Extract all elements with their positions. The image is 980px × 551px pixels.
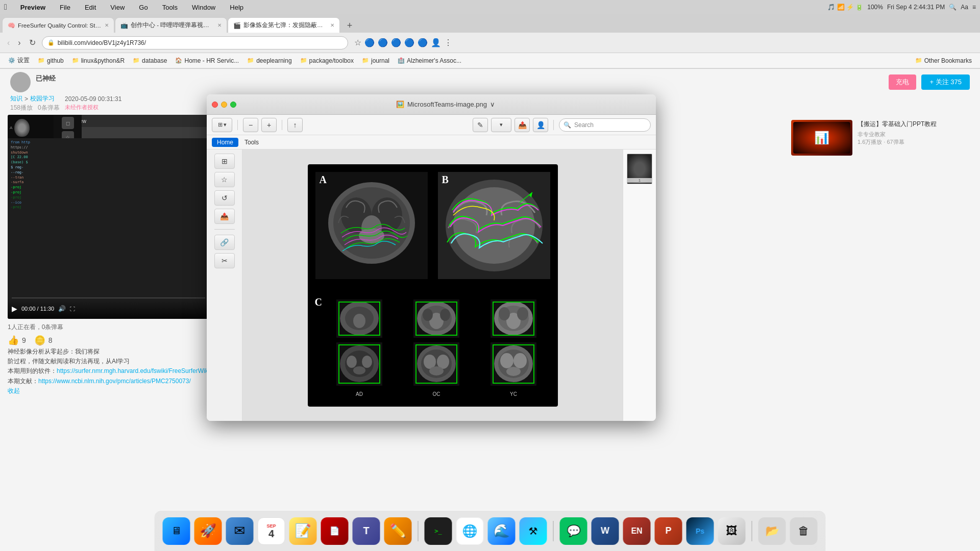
dock-launchpad[interactable]: 🚀: [194, 517, 222, 545]
profile-icon[interactable]: 👤: [431, 38, 441, 47]
more-menu[interactable]: ⋮: [444, 38, 452, 47]
zoom-out-button[interactable]: −: [243, 118, 258, 132]
annotate-dropdown[interactable]: ▾: [491, 118, 511, 132]
extension-icon-3[interactable]: 🔵: [391, 38, 401, 47]
extension-icon-2[interactable]: 🔵: [378, 38, 388, 47]
menubar-tools[interactable]: Tools: [159, 3, 181, 12]
dock-calendar[interactable]: SEP4: [258, 517, 285, 545]
tab-3[interactable]: 🎬 影像炼金第七弹：发掘隐蔽功能... ✕: [228, 17, 340, 33]
bookmark-linux[interactable]: 📁 linux&python&R: [69, 56, 128, 65]
forward-button[interactable]: ›: [16, 36, 22, 49]
breadcrumb-campus[interactable]: 校园学习: [30, 94, 55, 103]
sidebar-btn-rotate[interactable]: ↺: [214, 190, 235, 206]
dock-notes[interactable]: 📝: [289, 517, 317, 545]
bookmark-hr[interactable]: 🏠 Home - HR Servic...: [172, 56, 242, 65]
apple-menu[interactable]: : [4, 3, 7, 12]
menu-tools[interactable]: Tools: [239, 138, 264, 147]
zoom-in-button[interactable]: +: [261, 118, 277, 132]
fullscreen-icon[interactable]: ⛶: [70, 306, 75, 312]
paper-link[interactable]: https://www.ncbi.nlm.nih.gov/pmc/article…: [38, 378, 191, 385]
dock-mail[interactable]: ✉: [226, 517, 254, 545]
close-traffic-light[interactable]: [212, 102, 218, 108]
extension-icon-5[interactable]: 🔵: [418, 38, 428, 47]
follow-button[interactable]: + 关注 375: [921, 74, 970, 90]
sidebar-btn-link[interactable]: 🔗: [214, 235, 235, 250]
thumb-1[interactable]: 1: [627, 154, 652, 184]
dock-finder[interactable]: 🖥: [163, 517, 190, 545]
address-bar[interactable]: 🔒 bilibili.com/video/BV1jz4y1R736/: [42, 36, 348, 49]
coin-item[interactable]: 🪙 8: [34, 335, 53, 346]
dock-photoshop[interactable]: Ps: [687, 517, 714, 545]
dock-terminal[interactable]: >_: [425, 517, 452, 545]
view-mode-button[interactable]: ⊞ ▾: [212, 118, 232, 132]
sidebar-btn-crop[interactable]: ✂: [214, 253, 235, 268]
menubar-edit[interactable]: Edit: [82, 3, 99, 12]
maximize-traffic-light[interactable]: [230, 102, 236, 108]
like-item[interactable]: 👍 9: [8, 335, 26, 346]
minimize-traffic-light[interactable]: [221, 102, 227, 108]
channel-avatar[interactable]: [10, 72, 31, 92]
dock-pdf[interactable]: 📄: [321, 517, 349, 545]
tab-1-favicon: 🧠: [8, 22, 15, 29]
play-button[interactable]: ▶: [12, 305, 17, 313]
back-button[interactable]: ‹: [5, 36, 12, 49]
bookmark-star[interactable]: ☆: [354, 38, 361, 47]
share-action-button[interactable]: 📤: [514, 118, 530, 132]
volume-icon[interactable]: 🔊: [58, 305, 66, 312]
dock-trash[interactable]: 🗑: [790, 517, 818, 545]
search-box[interactable]: 🔍 Search: [559, 118, 651, 132]
menubar-preview[interactable]: Preview: [17, 3, 48, 12]
tab-1-close[interactable]: ✕: [105, 22, 109, 28]
sidebar-btn-star[interactable]: ☆: [214, 172, 235, 187]
ad-coronal-svg: [336, 299, 382, 338]
bookmark-toolbox[interactable]: 📁 package/toolbox: [297, 56, 357, 65]
menubar-search-icon[interactable]: 🔍: [949, 4, 957, 11]
extension-icon-4[interactable]: 🔵: [404, 38, 414, 47]
dock-chrome[interactable]: 🌐: [456, 517, 484, 545]
bookmark-deeplearning[interactable]: 📁 deeplearning: [244, 56, 295, 65]
dock-separator: [418, 521, 419, 541]
bookmark-database[interactable]: 📁 database: [130, 56, 170, 65]
bookmark-journal[interactable]: 📁 journal: [359, 56, 393, 65]
video-controls[interactable]: ▶ 00:00 / 11:30 🔊 ⛶: [8, 298, 209, 319]
menubar-window[interactable]: Window: [189, 3, 218, 12]
software-link[interactable]: https://surfer.nmr.mgh.harvard.edu/fswik…: [57, 367, 209, 374]
sidebar-btn-grid[interactable]: ⊞: [214, 154, 235, 169]
dock-xcode[interactable]: ⚒: [520, 517, 547, 545]
dock-wechat[interactable]: 💬: [560, 517, 587, 545]
sidebar-btn-share[interactable]: 📤: [214, 209, 235, 224]
dock-word[interactable]: W: [592, 517, 619, 545]
other-bookmarks-item[interactable]: 📁 Other Bookmarks: [912, 56, 975, 65]
tab-1[interactable]: 🧠 FreeSurfer Quality Control: Ste... ✕: [2, 17, 114, 33]
sidebar-icon-1[interactable]: ◻: [62, 117, 74, 129]
menubar-siri[interactable]: Aa: [961, 4, 968, 11]
tab-2[interactable]: 📺 创作中心 - 哔哩哔哩弹幕视频网 ✕: [115, 17, 227, 33]
bookmark-settings[interactable]: ⚙️ 设置: [5, 55, 33, 66]
dock-preview[interactable]: 🖼: [718, 517, 746, 545]
dock-endnote[interactable]: EN: [623, 517, 651, 545]
dock-powerpoint[interactable]: P: [655, 517, 682, 545]
annotate-button[interactable]: ✎: [473, 118, 488, 132]
menu-home[interactable]: Home: [212, 138, 238, 147]
video-player[interactable]: File Edit Mark View Home Tools: [8, 115, 209, 319]
share-button[interactable]: ↑: [287, 118, 303, 132]
dock-finder-2[interactable]: 📂: [758, 517, 786, 545]
extension-icon-1[interactable]: 🔵: [364, 38, 375, 47]
menubar-help[interactable]: Help: [227, 3, 247, 12]
new-tab-button[interactable]: +: [342, 18, 357, 33]
bookmark-github[interactable]: 📁 github: [35, 56, 67, 65]
profile-button[interactable]: 👤: [533, 118, 548, 132]
menubar-control-center[interactable]: ≡: [972, 4, 976, 11]
menubar-go[interactable]: Go: [136, 3, 151, 12]
dock-arc[interactable]: 🌊: [488, 517, 516, 545]
reload-button[interactable]: ↻: [27, 36, 38, 49]
tab-2-close[interactable]: ✕: [217, 22, 222, 28]
charge-button[interactable]: 充电: [889, 74, 916, 90]
dock-pencil[interactable]: ✏️: [384, 517, 412, 545]
dock-teams[interactable]: T: [353, 517, 380, 545]
breadcrumb-knowledge[interactable]: 知识: [10, 94, 22, 103]
bookmark-alzheimer[interactable]: 🏥 Alzheimer's Assoc...: [395, 56, 464, 65]
menubar-file[interactable]: File: [57, 3, 74, 12]
tab-3-close[interactable]: ✕: [330, 22, 334, 28]
menubar-view[interactable]: View: [107, 3, 128, 12]
